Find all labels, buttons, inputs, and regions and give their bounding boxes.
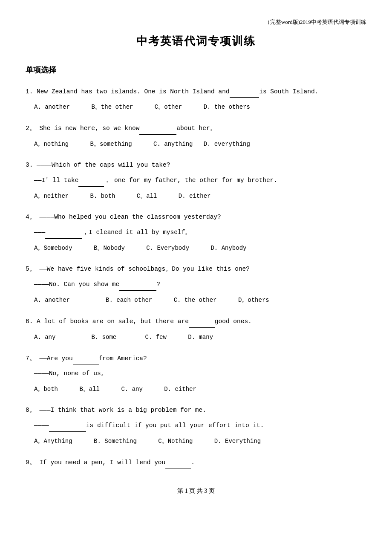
- q4-blank: [45, 226, 82, 239]
- q7-line1: 7。 ——Are you from America?: [26, 353, 366, 365]
- q9-text: 9。 If you need a pen, I will lend you .: [26, 457, 366, 469]
- q7-options: A。both B。all C. any D. either: [34, 383, 366, 395]
- q6-text: 6. A lot of books are on sale, but there…: [26, 315, 366, 328]
- q5-blank: [119, 278, 156, 291]
- q3-blank: [78, 174, 104, 187]
- question-4: 4。 ————Who helped you clean the classroo…: [26, 211, 366, 254]
- question-8: 8。 ———I think that work is a big problem…: [26, 405, 366, 447]
- question-9: 9。 If you need a pen, I will lend you .: [26, 457, 366, 469]
- question-5: 5。 ——We have five kinds of schoolbags。Do…: [26, 263, 366, 306]
- question-1: 1. New Zealand has two islands. One is N…: [26, 86, 366, 113]
- section-title: 单项选择: [26, 63, 366, 77]
- q1-text: 1. New Zealand has two islands. One is N…: [26, 86, 366, 98]
- q2-text: 2。 She is new here, so we know about her…: [26, 122, 366, 135]
- q9-blank: [165, 457, 191, 469]
- q2-options: A。nothing B。something C. anything D. eve…: [34, 138, 366, 150]
- question-3: 3. ————Which of the caps will you take? …: [26, 159, 366, 202]
- q8-line2: ———— is difficult if you put all your ef…: [34, 419, 366, 432]
- q5-line1: 5。 ——We have five kinds of schoolbags。Do…: [26, 263, 366, 275]
- q6-options: A. any B. some C. few D. many: [34, 331, 366, 343]
- q7-blank: [73, 353, 99, 365]
- question-7: 7。 ——Are you from America? ————No, none …: [26, 353, 366, 395]
- watermark: （完整word版)2019中考英语代词专项训练: [26, 17, 366, 27]
- q5-options: A. another B. each other C. the other D。…: [34, 294, 366, 306]
- q2-blank: [139, 122, 176, 135]
- q1-options: A. another B。the other C。other D. the ot…: [34, 101, 366, 113]
- q3-line2: ——I' ll take ， one for my father, the ot…: [34, 174, 366, 187]
- q3-options: A。neither B. both C。all D. either: [34, 190, 366, 202]
- q4-line1: 4。 ————Who helped you clean the classroo…: [26, 211, 366, 223]
- q3-line1: 3. ————Which of the caps will you take?: [26, 159, 366, 171]
- question-2: 2。 She is new here, so we know about her…: [26, 122, 366, 150]
- q8-line1: 8。 ———I think that work is a big problem…: [26, 405, 366, 416]
- q8-options: A。Anything B. Something C。Nothing D. Eve…: [34, 435, 366, 447]
- page-footer: 第 1 页 共 3 页: [26, 486, 366, 496]
- q4-options: A。Somebody B。Nobody C. Everybody D. Anyb…: [34, 242, 366, 254]
- q5-line2: ————No. Can you show me ?: [34, 278, 366, 291]
- q7-line2: ————No, none of us。: [34, 368, 366, 380]
- q4-line2: ——— ，I cleaned it all by myself。: [34, 226, 366, 239]
- q6-blank: [189, 315, 215, 328]
- q1-blank: [230, 86, 259, 98]
- question-6: 6. A lot of books are on sale, but there…: [26, 315, 366, 343]
- q8-blank: [49, 419, 86, 432]
- page-title: 中考英语代词专项训练: [26, 31, 366, 51]
